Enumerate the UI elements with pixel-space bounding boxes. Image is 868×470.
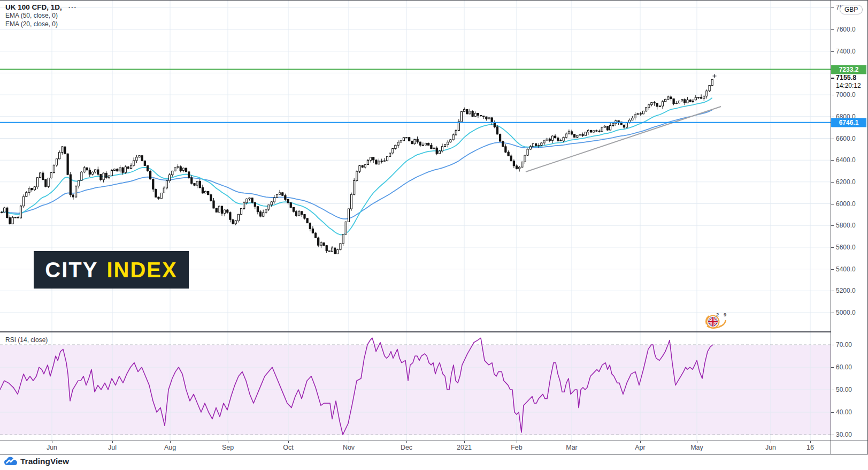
time-tick-label: Sep: [222, 444, 234, 451]
time-tick-label: 2021: [457, 444, 472, 451]
time-tick: [640, 441, 641, 443]
time-tick: [349, 441, 349, 443]
tradingview-logo[interactable]: TradingView: [4, 456, 69, 466]
price-tick-label: 5600.0: [836, 244, 856, 251]
symbol-title[interactable]: UK 100 CFD, 1D,: [5, 3, 62, 11]
price-tick-label: 5800.0: [836, 222, 856, 229]
price-tick-label: 6200.0: [836, 178, 856, 186]
time-tick: [517, 441, 517, 443]
price-tick-label: 6400.0: [836, 156, 856, 164]
time-tick-label: Jul: [108, 444, 117, 451]
rsi-tick-label: 40.00: [836, 408, 852, 416]
city-index-logo-city: CITY: [45, 259, 98, 281]
event-count-label: 2 9: [716, 312, 728, 317]
price-tick-label: 5000.0: [836, 309, 856, 316]
city-index-logo: CITY INDEX: [34, 251, 189, 289]
price-tick-label: 7600.0: [836, 26, 856, 33]
price-tick-label: 6000.0: [836, 200, 856, 208]
countdown-time-label: 14:20:12: [836, 82, 861, 89]
time-tick: [810, 441, 811, 443]
footer-bar: TradingView: [0, 454, 868, 470]
time-tick: [228, 441, 228, 443]
time-tick-label: Dec: [401, 444, 412, 451]
indicator-ema20[interactable]: EMA (20, close, 0): [5, 20, 77, 28]
price-tick-label: 7000.0: [836, 91, 856, 98]
pane-separator[interactable]: [0, 331, 868, 332]
axis-corner-divider: [831, 441, 831, 455]
time-tick-label: Mar: [566, 444, 578, 451]
time-tick: [572, 441, 572, 443]
time-tick: [170, 441, 171, 443]
rsi-chart: [0, 332, 831, 441]
time-axis[interactable]: JunJulAugSepOctNovDec2021FebMarAprMayJun…: [0, 441, 868, 454]
time-tick: [697, 441, 697, 443]
time-tick-label: Oct: [283, 444, 293, 451]
chart-legend: UK 100 CFD, 1D, ··· EMA (50, close, 0) E…: [5, 3, 77, 28]
currency-toggle-button[interactable]: GBP: [840, 5, 863, 14]
rsi-tick-label: 30.00: [836, 431, 852, 438]
rsi-tick-label: 70.00: [836, 341, 852, 348]
time-tick-label: May: [690, 444, 703, 451]
alert-price-label[interactable]: 7233.2: [831, 65, 866, 74]
indicator-ema50[interactable]: EMA (50, close, 0): [5, 11, 77, 20]
rsi-indicator-label[interactable]: RSI (14, close): [5, 336, 48, 344]
price-tick-label: 5200.0: [836, 287, 856, 294]
time-tick: [406, 441, 407, 443]
support-price-label[interactable]: 6746.1: [831, 118, 866, 127]
price-tick-label: 5400.0: [836, 266, 856, 273]
price-tick-label: 6600.0: [836, 135, 856, 142]
price-axis[interactable]: GBP 7233.2 7155.8 14:20:12 6746.1 7800.0…: [831, 1, 868, 454]
rsi-tick-label: 60.00: [836, 363, 852, 371]
time-tick-label: Aug: [164, 444, 176, 451]
last-price-label: 7155.8: [836, 74, 856, 81]
city-index-logo-index: INDEX: [106, 259, 177, 281]
time-tick: [771, 441, 771, 443]
legend-more-icon[interactable]: ···: [68, 5, 77, 10]
price-tick-label: 7400.0: [836, 48, 856, 55]
rsi-tick-label: 50.00: [836, 386, 852, 393]
time-tick: [52, 441, 52, 443]
time-tick-label: Apr: [635, 444, 645, 451]
time-tick: [288, 441, 289, 443]
rsi-pane[interactable]: [0, 332, 831, 441]
trading-chart-window: UK 100 CFD, 1D, ··· EMA (50, close, 0) E…: [0, 0, 868, 470]
tradingview-wordmark: TradingView: [20, 457, 69, 466]
time-tick-label: Jun: [765, 444, 776, 451]
tradingview-cloud-icon: [4, 456, 18, 466]
time-tick: [112, 441, 113, 443]
time-tick-label: 16: [806, 444, 814, 451]
time-tick-label: Nov: [343, 444, 355, 451]
uk-flag-event-marker[interactable]: 2 9: [704, 312, 728, 330]
time-tick-label: Jun: [47, 444, 57, 451]
time-tick: [464, 441, 465, 443]
time-tick-label: Feb: [511, 444, 523, 451]
